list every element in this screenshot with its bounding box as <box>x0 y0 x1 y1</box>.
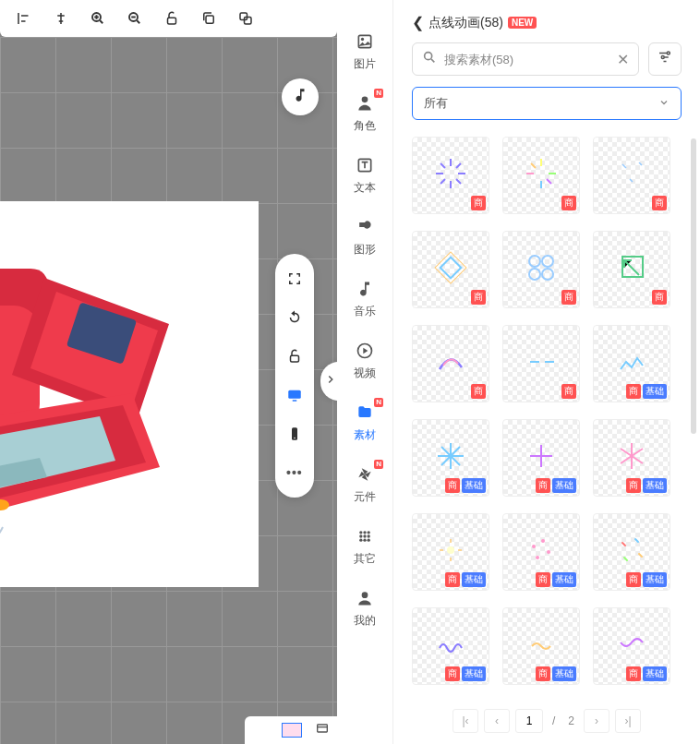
lock-button[interactable] <box>275 339 314 374</box>
canvas-selection[interactable] <box>0 201 259 587</box>
panel-title: 点线动画(58) <box>428 15 503 31</box>
nav-item-component[interactable]: 元件N <box>354 465 376 505</box>
pagination: |‹ ‹ / 2 › ›| <box>412 698 682 744</box>
music-button[interactable] <box>282 78 319 115</box>
svg-point-31 <box>367 534 369 537</box>
search-row: ✕ <box>412 42 682 76</box>
asset-item[interactable]: 商 <box>502 137 580 214</box>
unlock-button[interactable] <box>153 0 190 37</box>
asset-badges: 商 <box>471 290 486 305</box>
zoom-out-button[interactable] <box>116 0 153 37</box>
page-total: 2 <box>564 714 578 727</box>
badge-jichu: 基础 <box>462 666 486 681</box>
asset-item[interactable]: 商基础 <box>502 513 580 591</box>
nav-item-material[interactable]: 素材N <box>354 403 376 443</box>
asset-item[interactable]: 商 <box>412 325 489 402</box>
svg-rect-3 <box>206 16 213 23</box>
page-last-button[interactable]: ›| <box>615 709 641 733</box>
page-thumbnail[interactable] <box>282 723 302 738</box>
asset-item[interactable]: 商 <box>502 231 580 308</box>
desktop-view-button[interactable] <box>275 378 314 413</box>
assets-panel: ❮ 点线动画(58) NEW ✕ 所有 商商商商商商商商商基础商基础商基础商基础… <box>393 0 700 744</box>
svg-rect-16 <box>288 390 301 399</box>
nav-label: 元件 <box>354 489 376 505</box>
svg-point-28 <box>367 531 369 534</box>
page-prev-button[interactable]: ‹ <box>484 709 510 733</box>
new-badge: N <box>374 89 383 98</box>
page-next-button[interactable]: › <box>584 709 609 733</box>
badge-jichu: 基础 <box>462 478 486 493</box>
asset-item[interactable]: 商 <box>502 325 580 402</box>
svg-line-45 <box>441 179 445 184</box>
zoom-in-button[interactable] <box>79 0 116 37</box>
asset-item[interactable]: 商基础 <box>412 419 489 497</box>
mobile-view-button[interactable] <box>275 416 314 451</box>
grid-icon <box>356 527 374 548</box>
asset-item[interactable]: 商基础 <box>502 419 580 497</box>
svg-line-46 <box>456 163 461 168</box>
asset-item[interactable]: 商基础 <box>593 607 670 685</box>
nav-item-music[interactable]: 音乐 <box>354 280 376 319</box>
copy-button[interactable] <box>190 0 227 37</box>
nav-item-shape[interactable]: 图形 <box>354 218 376 258</box>
asset-item[interactable]: 商基础 <box>412 607 489 685</box>
svg-point-37 <box>667 52 670 54</box>
nav-item-text[interactable]: 文本 <box>354 156 376 196</box>
category-nav: 图片角色N文本图形音乐视频素材N元件N其它我的 <box>337 0 393 744</box>
asset-preview-icon <box>430 624 471 668</box>
device-graphic <box>0 241 224 536</box>
clear-search-button[interactable]: ✕ <box>617 51 629 68</box>
nav-item-video[interactable]: 视频 <box>354 342 376 381</box>
svg-point-27 <box>363 531 366 534</box>
asset-item[interactable]: 商 <box>412 137 489 214</box>
asset-preview-icon <box>611 436 652 480</box>
svg-rect-15 <box>290 355 298 362</box>
badge-jichu: 基础 <box>462 572 486 587</box>
page-first-button[interactable]: |‹ <box>453 709 478 733</box>
nav-item-other[interactable]: 其它 <box>354 527 376 567</box>
filter-select[interactable]: 所有 <box>412 87 682 120</box>
svg-point-55 <box>529 256 540 267</box>
asset-item[interactable]: 商基础 <box>412 513 489 591</box>
more-button[interactable]: ••• <box>275 455 314 490</box>
svg-line-70 <box>632 456 643 463</box>
asset-item[interactable]: 商 <box>593 137 670 214</box>
nav-item-image[interactable]: 图片 <box>354 32 376 72</box>
filter-button[interactable] <box>648 42 682 76</box>
filter-icon <box>657 49 673 69</box>
align-left-button[interactable] <box>6 0 42 37</box>
image-icon <box>356 32 374 54</box>
person-icon <box>356 94 374 115</box>
svg-point-29 <box>359 534 362 537</box>
svg-point-32 <box>359 539 362 542</box>
panels-icon[interactable] <box>315 721 330 739</box>
asset-item[interactable]: 商 <box>593 231 670 308</box>
asset-item[interactable]: 商基础 <box>593 513 670 591</box>
svg-point-26 <box>359 531 362 534</box>
nav-label: 我的 <box>354 613 376 629</box>
back-button[interactable]: ❮ <box>412 14 424 31</box>
nav-item-mine[interactable]: 我的 <box>354 589 376 629</box>
search-box[interactable]: ✕ <box>412 42 639 76</box>
badge-jichu: 基础 <box>643 666 667 681</box>
scrollbar[interactable] <box>691 138 696 434</box>
asset-grid: 商商商商商商商商商基础商基础商基础商基础商基础商基础商基础商基础商基础商基础 <box>412 137 682 698</box>
asset-preview-icon <box>521 342 561 386</box>
asset-item[interactable]: 商基础 <box>502 607 580 685</box>
page-input[interactable] <box>515 709 543 733</box>
svg-point-56 <box>542 256 553 267</box>
align-center-button[interactable] <box>42 0 79 37</box>
badge-shang: 商 <box>626 666 641 681</box>
badge-shang: 商 <box>445 478 460 493</box>
svg-line-73 <box>621 449 632 456</box>
asset-badges: 商 <box>561 196 576 210</box>
badge-shang: 商 <box>652 290 667 305</box>
rotate-button[interactable] <box>275 300 314 335</box>
search-input[interactable] <box>437 53 617 66</box>
asset-item[interactable]: 商基础 <box>593 325 670 402</box>
fullscreen-button[interactable] <box>275 261 314 296</box>
asset-item[interactable]: 商 <box>412 231 489 308</box>
nav-item-character[interactable]: 角色N <box>354 94 376 134</box>
asset-item[interactable]: 商基础 <box>593 419 670 497</box>
paste-button[interactable] <box>227 0 264 37</box>
